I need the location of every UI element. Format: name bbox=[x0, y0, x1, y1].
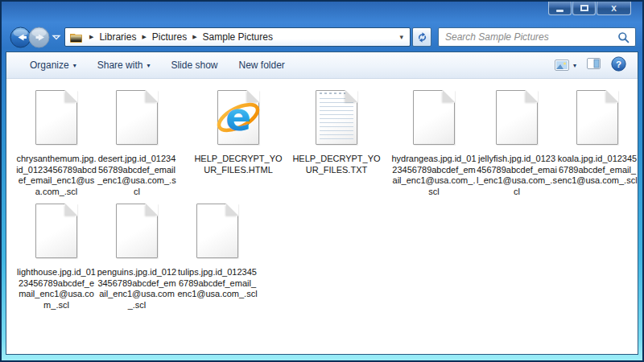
views-thumbnail-icon bbox=[555, 60, 569, 71]
file-item[interactable]: koala.jpg.id_0123456789abcdef_email_enc1… bbox=[557, 87, 638, 187]
file-name: HELP_DECRYPT_YOUR_FILES.HTML bbox=[193, 154, 283, 175]
forward-button-disabled[interactable] bbox=[28, 27, 50, 48]
text-document-file-icon bbox=[316, 90, 357, 145]
breadcrumb-pictures[interactable]: Pictures bbox=[152, 31, 187, 43]
file-item[interactable]: chrysanthemum.jpg.id_0123456789abcdef_em… bbox=[16, 87, 97, 197]
organize-label: Organize bbox=[30, 60, 69, 71]
caption-buttons: x bbox=[548, 2, 631, 15]
file-item[interactable]: HELP_DECRYPT_YOUR_FILES.TXT bbox=[290, 87, 383, 175]
file-name: lighthouse.jpg.id_0123456789abcdef_email… bbox=[16, 267, 97, 311]
file-item[interactable]: e HELP_DECRYPT_YOUR_FILES.HTML bbox=[193, 87, 283, 175]
address-dropdown-icon[interactable]: ▾ bbox=[398, 33, 405, 41]
file-name: penguins.jpg.id_0123456789abcdef_email_e… bbox=[97, 267, 177, 311]
command-toolbar: Organize ▾ Share with ▾ Slide show New f… bbox=[6, 52, 638, 79]
svg-text:?: ? bbox=[616, 59, 621, 68]
chevron-down-icon: ▾ bbox=[73, 62, 76, 69]
minimize-icon bbox=[556, 10, 564, 12]
breadcrumb-libraries[interactable]: Libraries bbox=[99, 31, 136, 43]
search-input[interactable] bbox=[439, 31, 635, 43]
file-name: koala.jpg.id_0123456789abcdef_email_enc1… bbox=[557, 154, 638, 187]
navigation-bar: ▶ Libraries ▶ Pictures ▶ Sample Pictures… bbox=[2, 24, 642, 51]
preview-pane-icon bbox=[587, 58, 601, 69]
minimize-button[interactable] bbox=[548, 2, 572, 15]
file-name: jellyfish.jpg.id_0123456789abcdef_email_… bbox=[477, 154, 557, 197]
breadcrumb-separator-icon: ▶ bbox=[142, 34, 146, 40]
search-icon[interactable] bbox=[617, 31, 630, 47]
help-button[interactable]: ? bbox=[611, 56, 626, 75]
breadcrumb-sample-pictures[interactable]: Sample Pictures bbox=[203, 31, 273, 43]
share-with-button[interactable]: Share with ▾ bbox=[87, 56, 161, 75]
file-item[interactable]: desert.jpg.id_0123456789abcdef_email_enc… bbox=[97, 87, 177, 197]
file-list-area[interactable]: chrysanthemum.jpg.id_0123456789abcdef_em… bbox=[6, 79, 638, 354]
chevron-down-icon: ▾ bbox=[573, 62, 576, 69]
client-area: Organize ▾ Share with ▾ Slide show New f… bbox=[6, 51, 638, 355]
svg-text:e: e bbox=[225, 95, 251, 139]
address-bar[interactable]: ▶ Libraries ▶ Pictures ▶ Sample Pictures… bbox=[64, 27, 411, 47]
preview-pane-button[interactable] bbox=[587, 58, 601, 72]
blank-page-file-icon bbox=[35, 204, 77, 258]
chevron-down-icon: ▾ bbox=[147, 62, 150, 69]
file-name: tulips.jpg.id_0123456789abcdef_email_enc… bbox=[177, 267, 258, 300]
help-icon: ? bbox=[611, 56, 626, 72]
blank-page-file-icon bbox=[196, 204, 238, 258]
file-row: lighthouse.jpg.id_0123456789abcdef_email… bbox=[16, 200, 638, 311]
blank-page-file-icon bbox=[496, 90, 538, 145]
share-with-label: Share with bbox=[97, 60, 143, 71]
file-item[interactable]: jellyfish.jpg.id_0123456789abcdef_email_… bbox=[477, 87, 557, 197]
blank-page-file-icon bbox=[35, 90, 77, 145]
file-name: chrysanthemum.jpg.id_0123456789abcdef_em… bbox=[16, 154, 97, 197]
blank-page-file-icon bbox=[576, 90, 618, 145]
toolbar-right-group: ▾ ? bbox=[555, 56, 626, 75]
change-view-button[interactable]: ▾ bbox=[555, 60, 576, 71]
file-item[interactable]: hydrangeas.jpg.id_0123456789abcdef_email… bbox=[391, 87, 477, 197]
file-name: hydrangeas.jpg.id_0123456789abcdef_email… bbox=[391, 154, 477, 197]
slide-show-label: Slide show bbox=[171, 60, 217, 71]
file-item[interactable]: lighthouse.jpg.id_0123456789abcdef_email… bbox=[16, 200, 97, 311]
new-folder-button[interactable]: New folder bbox=[228, 56, 295, 75]
slide-show-button[interactable]: Slide show bbox=[160, 56, 228, 75]
new-folder-label: New folder bbox=[238, 60, 284, 71]
search-box bbox=[438, 27, 636, 47]
close-icon: x bbox=[611, 3, 617, 13]
blank-page-file-icon bbox=[116, 204, 158, 258]
recent-pages-chevron[interactable] bbox=[52, 34, 61, 41]
folder-icon bbox=[69, 31, 84, 43]
maximize-icon bbox=[580, 5, 588, 11]
refresh-button[interactable] bbox=[412, 27, 431, 47]
title-bar[interactable]: x bbox=[2, 2, 642, 24]
explorer-window: x bbox=[0, 0, 644, 362]
file-item[interactable]: tulips.jpg.id_0123456789abcdef_email_enc… bbox=[177, 200, 258, 300]
breadcrumb-separator-icon: ▶ bbox=[89, 34, 93, 40]
internet-explorer-icon: e bbox=[215, 94, 262, 141]
blank-page-file-icon bbox=[413, 90, 455, 145]
breadcrumb-separator-icon: ▶ bbox=[192, 34, 196, 40]
close-button[interactable]: x bbox=[597, 2, 631, 15]
file-name: HELP_DECRYPT_YOUR_FILES.TXT bbox=[290, 154, 383, 175]
blank-page-file-icon bbox=[116, 90, 158, 145]
file-name: desert.jpg.id_0123456789abcdef_email_enc… bbox=[97, 154, 177, 197]
file-row: chrysanthemum.jpg.id_0123456789abcdef_em… bbox=[16, 87, 638, 197]
file-item[interactable]: penguins.jpg.id_0123456789abcdef_email_e… bbox=[97, 200, 177, 311]
refresh-icon bbox=[416, 31, 428, 43]
organize-button[interactable]: Organize ▾ bbox=[19, 56, 87, 75]
maximize-button[interactable] bbox=[572, 2, 596, 15]
